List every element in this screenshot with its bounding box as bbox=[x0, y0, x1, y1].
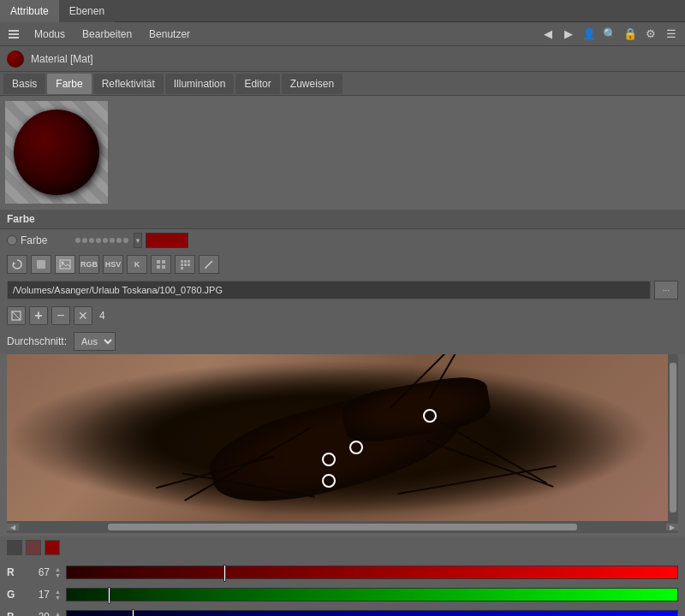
texture-controls: RGB HSV K bbox=[0, 252, 685, 277]
svg-rect-1 bbox=[60, 260, 70, 269]
forward-arrow-icon[interactable]: ▶ bbox=[560, 26, 577, 43]
dot-5 bbox=[103, 238, 108, 243]
zoom-in-btn[interactable]: + bbox=[29, 306, 48, 325]
menu-benutzer[interactable]: Benutzer bbox=[140, 25, 199, 44]
color-row: Farbe ▼ bbox=[0, 229, 685, 252]
scrollbar-thumb-v[interactable] bbox=[670, 363, 676, 513]
dot-7 bbox=[116, 238, 122, 243]
color-swatch[interactable] bbox=[146, 233, 188, 248]
sphere-preview bbox=[5, 101, 108, 204]
menu-modus[interactable]: Modus bbox=[26, 25, 74, 44]
filepath-row: ··· bbox=[0, 277, 685, 303]
tab-ebenen[interactable]: Ebenen bbox=[59, 0, 115, 22]
material-name: Material [Mat] bbox=[31, 53, 93, 65]
tab-basis[interactable]: Basis bbox=[3, 74, 45, 94]
b-slider-thumb[interactable] bbox=[132, 609, 134, 616]
tab-attribute[interactable]: Attribute bbox=[0, 0, 59, 22]
control-point-4[interactable] bbox=[322, 474, 336, 488]
scroll-right-btn[interactable]: ▶ bbox=[666, 524, 678, 530]
svg-rect-6 bbox=[162, 265, 165, 269]
g-slider-thumb[interactable] bbox=[108, 587, 110, 604]
preview-area bbox=[0, 96, 685, 209]
lock-icon[interactable]: 🔒 bbox=[622, 26, 639, 43]
r-slider-fill bbox=[67, 566, 677, 578]
back-arrow-icon[interactable]: ◀ bbox=[539, 26, 557, 43]
svg-line-17 bbox=[12, 311, 21, 320]
farbe-section-header: Farbe bbox=[0, 209, 685, 229]
fit-icon-btn[interactable] bbox=[7, 306, 26, 325]
g-slider-row: G 17 ▲ ▼ bbox=[7, 584, 678, 605]
dot-3 bbox=[89, 238, 94, 243]
control-point-2[interactable] bbox=[349, 441, 363, 454]
image-scrollbar-h[interactable]: ◀ ▶ bbox=[7, 521, 678, 533]
r-slider-row: R 67 ▲ ▼ bbox=[7, 562, 678, 583]
tab-editor[interactable]: Editor bbox=[235, 74, 279, 94]
tex-grid-btn[interactable] bbox=[151, 255, 171, 274]
dot-1 bbox=[75, 238, 80, 243]
swatch-dark[interactable] bbox=[7, 540, 22, 555]
scroll-left-btn[interactable]: ◀ bbox=[7, 524, 19, 530]
tex-image-btn[interactable] bbox=[55, 255, 75, 274]
dot-6 bbox=[110, 238, 115, 243]
hamburger-icon[interactable] bbox=[5, 27, 22, 42]
svg-rect-13 bbox=[181, 267, 183, 270]
rgb-section: R 67 ▲ ▼ G 17 ▲ ▼ B 29 ▲ ▼ bbox=[0, 559, 685, 616]
settings-icon[interactable]: ⚙ bbox=[642, 26, 659, 43]
reset-zoom-btn[interactable]: ✕ bbox=[74, 306, 92, 325]
tex-color-btn[interactable] bbox=[31, 255, 51, 274]
tex-k-btn[interactable]: K bbox=[127, 255, 147, 274]
sub-tab-bar: Basis Farbe Reflektivität Illumination E… bbox=[0, 72, 685, 96]
svg-marker-0 bbox=[13, 262, 15, 265]
dot-4 bbox=[96, 238, 101, 243]
filepath-more-btn[interactable]: ··· bbox=[654, 281, 678, 299]
durchschnitt-select[interactable]: Aus Ein bbox=[74, 332, 116, 351]
r-slider-track[interactable] bbox=[66, 566, 678, 579]
b-slider-track[interactable] bbox=[66, 610, 678, 616]
material-preview-sphere bbox=[14, 110, 99, 195]
person-icon[interactable]: 👤 bbox=[581, 26, 598, 43]
tab-reflektivitaet[interactable]: Reflektivität bbox=[93, 74, 164, 94]
g-label: G bbox=[7, 589, 19, 601]
durchschnitt-label: Durchschnitt: bbox=[7, 335, 67, 347]
filepath-input[interactable] bbox=[7, 281, 651, 299]
tab-zuweisen[interactable]: Zuweisen bbox=[282, 74, 342, 94]
tab-farbe[interactable]: Farbe bbox=[47, 74, 91, 94]
b-slider-fill bbox=[67, 611, 677, 616]
swatch-red[interactable] bbox=[45, 540, 60, 555]
top-tab-bar: Attribute Ebenen bbox=[0, 0, 685, 22]
color-arrow-btn[interactable]: ▼ bbox=[134, 233, 142, 248]
b-slider-row: B 29 ▲ ▼ bbox=[7, 607, 678, 616]
g-slider-track[interactable] bbox=[66, 588, 678, 601]
tex-hsv-btn[interactable]: HSV bbox=[103, 255, 123, 274]
scrollbar-thumb-h[interactable] bbox=[108, 524, 578, 530]
svg-rect-5 bbox=[157, 265, 160, 269]
svg-rect-7 bbox=[181, 260, 183, 263]
color-dots bbox=[75, 238, 128, 243]
search-icon[interactable]: 🔍 bbox=[601, 26, 618, 43]
svg-rect-10 bbox=[181, 264, 183, 266]
beetle-leg-5 bbox=[426, 440, 553, 488]
control-point-1[interactable] bbox=[423, 409, 437, 423]
svg-rect-9 bbox=[188, 260, 190, 263]
g-arrows[interactable]: ▲ ▼ bbox=[55, 589, 61, 601]
swatch-mid[interactable] bbox=[26, 540, 41, 555]
r-slider-thumb[interactable] bbox=[223, 565, 226, 582]
dot-8 bbox=[123, 238, 128, 243]
image-scrollbar-v[interactable] bbox=[668, 354, 678, 521]
r-value: 67 bbox=[24, 566, 50, 578]
image-preview[interactable] bbox=[7, 354, 678, 521]
tex-pencil-btn[interactable] bbox=[199, 255, 219, 274]
r-arrows[interactable]: ▲ ▼ bbox=[55, 566, 61, 578]
tex-dots-btn[interactable] bbox=[175, 255, 195, 274]
tab-illumination[interactable]: Illumination bbox=[165, 74, 235, 94]
svg-rect-4 bbox=[162, 260, 165, 264]
menu-bar: Modus Bearbeiten Benutzer ◀ ▶ 👤 🔍 🔒 ⚙ ☰ bbox=[0, 22, 685, 46]
zoom-out-btn[interactable]: − bbox=[51, 306, 70, 325]
tex-refresh-btn[interactable] bbox=[7, 255, 27, 274]
overflow-icon[interactable]: ☰ bbox=[663, 26, 680, 43]
menu-bearbeiten[interactable]: Bearbeiten bbox=[74, 25, 140, 44]
b-arrows[interactable]: ▲ ▼ bbox=[55, 611, 61, 616]
r-label: R bbox=[7, 566, 19, 578]
tex-rgb-btn[interactable]: RGB bbox=[79, 255, 99, 274]
control-point-3[interactable] bbox=[322, 453, 336, 466]
